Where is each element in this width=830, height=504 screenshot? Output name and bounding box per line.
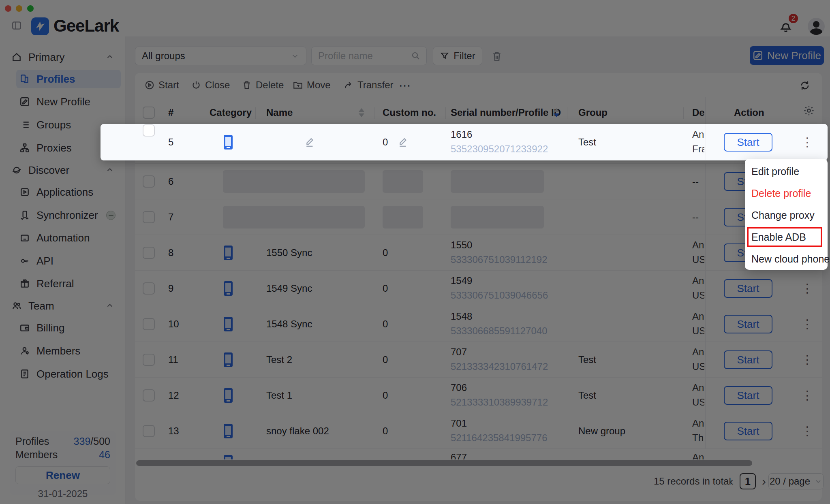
row-context-menu: Edit profile Delete profile Change proxy… — [745, 159, 828, 270]
profile-id: 535230952071233922 — [451, 143, 548, 155]
custom-no: 0 — [383, 124, 388, 160]
menu-item-new-cloud-phone[interactable]: New cloud phone — [745, 248, 828, 270]
group-name: Test — [578, 124, 596, 160]
menu-item-change-proxy[interactable]: Change proxy — [745, 204, 828, 226]
geelark-app: GeeLark 2 Primary Profiles New Profile G… — [0, 0, 830, 504]
menu-item-edit-profile[interactable]: Edit profile — [745, 160, 828, 182]
edit-custom-no-pencil-icon[interactable] — [398, 137, 409, 148]
highlighted-row-spotlight[interactable]: 5 0 1616535230952071233922 Test AnFra St… — [101, 124, 828, 160]
edit-name-pencil-icon[interactable] — [304, 137, 316, 148]
tutorial-highlight-box — [747, 227, 822, 247]
device-cell: AnFra — [689, 124, 704, 160]
row-number: 5 — [168, 124, 173, 160]
phone-icon — [223, 135, 233, 150]
serial-number: 1616 — [451, 128, 472, 141]
row-checkbox[interactable] — [143, 124, 155, 137]
row-menu-icon[interactable]: ⋮ — [801, 124, 813, 160]
menu-item-delete-profile[interactable]: Delete profile — [745, 182, 828, 204]
tutorial-dim-overlay — [0, 0, 830, 504]
start-button[interactable]: Start — [724, 133, 772, 152]
